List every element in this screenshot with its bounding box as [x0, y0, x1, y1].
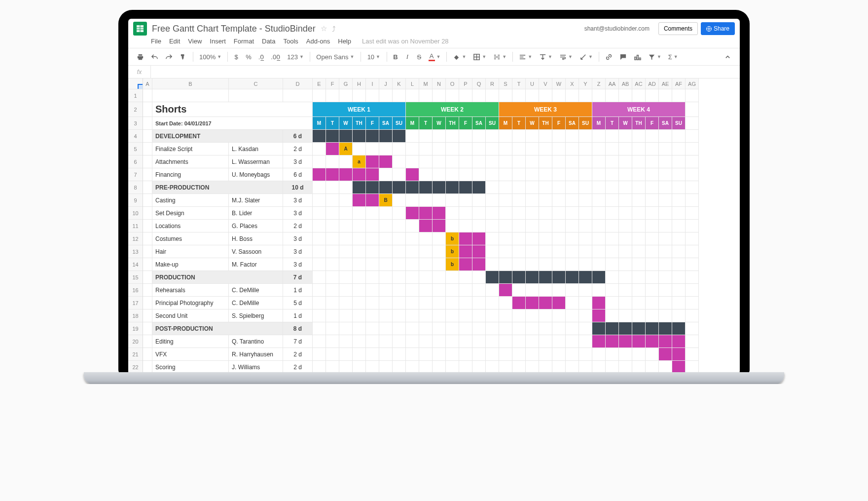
move-folder-icon[interactable]: ⤴ — [332, 25, 336, 33]
gantt-cell[interactable] — [459, 309, 472, 322]
gantt-cell[interactable] — [406, 130, 419, 143]
task-name[interactable]: Finalize Script — [152, 143, 229, 155]
gantt-cell[interactable] — [566, 335, 579, 348]
gantt-cell[interactable] — [512, 194, 526, 207]
row-number-gutter[interactable]: 12345678910111213141516171819202122 — [128, 89, 143, 374]
gantt-cell[interactable] — [512, 335, 526, 348]
gantt-cell[interactable] — [579, 207, 592, 220]
gantt-cell[interactable] — [619, 143, 632, 155]
gantt-cell[interactable] — [366, 284, 379, 297]
gantt-cell[interactable] — [566, 245, 579, 258]
gantt-cell[interactable] — [499, 130, 512, 143]
row-head-14[interactable]: 14 — [128, 258, 143, 271]
task-duration[interactable]: 3 d — [283, 258, 313, 271]
gantt-cell[interactable] — [606, 220, 619, 232]
gantt-cell[interactable] — [486, 155, 499, 168]
gantt-cell[interactable] — [566, 130, 579, 143]
gantt-cell[interactable] — [446, 297, 459, 309]
gantt-cell[interactable] — [552, 258, 566, 271]
row-head-3[interactable]: 3 — [128, 117, 143, 130]
gantt-cell[interactable] — [619, 348, 632, 361]
cell[interactable] — [686, 297, 699, 309]
gantt-cell[interactable] — [339, 194, 353, 207]
day-header[interactable]: SU — [579, 117, 592, 130]
gantt-cell[interactable] — [566, 232, 579, 245]
gantt-cell[interactable] — [499, 245, 512, 258]
gantt-cell[interactable] — [646, 207, 659, 220]
gantt-cell[interactable] — [526, 309, 539, 322]
gantt-cell[interactable] — [313, 335, 326, 348]
gantt-cell[interactable] — [472, 271, 486, 284]
gantt-cell[interactable] — [552, 335, 566, 348]
gantt-cell[interactable] — [486, 207, 499, 220]
cell[interactable] — [686, 232, 699, 245]
cell[interactable] — [592, 89, 606, 102]
task-name[interactable]: Make-up — [152, 258, 229, 271]
task-owner[interactable]: V. Sassoon — [229, 245, 283, 258]
gantt-cell[interactable] — [592, 348, 606, 361]
gantt-cell[interactable] — [606, 155, 619, 168]
gantt-cell[interactable] — [512, 143, 526, 155]
formula-input[interactable] — [151, 66, 740, 78]
gantt-cell[interactable] — [659, 168, 672, 181]
gantt-cell[interactable] — [406, 322, 419, 335]
task-duration[interactable]: 1 d — [283, 284, 313, 297]
gantt-cell[interactable] — [592, 258, 606, 271]
gantt-cell[interactable] — [499, 220, 512, 232]
day-header[interactable]: SA — [659, 117, 672, 130]
gantt-cell[interactable] — [339, 284, 353, 297]
gantt-cell[interactable] — [659, 207, 672, 220]
cell[interactable] — [143, 194, 152, 207]
task-duration[interactable]: 3 d — [283, 194, 313, 207]
col-head-Y[interactable]: Y — [579, 78, 592, 89]
gantt-cell[interactable] — [472, 348, 486, 361]
gantt-cell[interactable] — [526, 284, 539, 297]
cell[interactable] — [229, 89, 283, 102]
gantt-cell[interactable] — [512, 348, 526, 361]
gantt-cell[interactable] — [579, 348, 592, 361]
gantt-cell[interactable] — [459, 220, 472, 232]
gantt-cell[interactable] — [566, 181, 579, 194]
row-head-13[interactable]: 13 — [128, 245, 143, 258]
user-email[interactable]: shant@studiobinder.com — [584, 25, 650, 32]
gantt-cell[interactable] — [619, 130, 632, 143]
col-head-AE[interactable]: AE — [659, 78, 672, 89]
font-select[interactable]: Open Sans▼ — [313, 50, 358, 63]
gantt-cell[interactable] — [632, 194, 646, 207]
gantt-cell[interactable] — [433, 309, 446, 322]
gantt-cell[interactable] — [339, 220, 353, 232]
gantt-cell[interactable] — [472, 322, 486, 335]
gantt-cell[interactable] — [459, 181, 472, 194]
gantt-cell[interactable] — [659, 322, 672, 335]
gantt-cell[interactable] — [526, 348, 539, 361]
gantt-cell[interactable] — [446, 181, 459, 194]
gantt-cell[interactable] — [606, 284, 619, 297]
gantt-cell[interactable] — [353, 297, 366, 309]
gantt-cell[interactable] — [672, 284, 686, 297]
borders-icon[interactable]: ▼ — [470, 50, 489, 63]
gantt-cell[interactable] — [486, 297, 499, 309]
gantt-cell[interactable] — [313, 245, 326, 258]
gantt-cell[interactable] — [406, 284, 419, 297]
gantt-cell[interactable] — [486, 194, 499, 207]
gantt-cell[interactable] — [646, 245, 659, 258]
gantt-cell[interactable] — [379, 335, 393, 348]
cell[interactable] — [686, 220, 699, 232]
task-owner[interactable]: M. Factor — [229, 258, 283, 271]
gantt-cell[interactable] — [526, 335, 539, 348]
currency-icon[interactable]: $ — [231, 50, 242, 63]
row-head-10[interactable]: 10 — [128, 207, 143, 220]
day-header[interactable]: TH — [539, 117, 552, 130]
gantt-cell[interactable] — [672, 155, 686, 168]
functions-icon[interactable]: Σ▼ — [665, 50, 681, 63]
col-head-I[interactable]: I — [366, 78, 379, 89]
gantt-cell[interactable] — [379, 232, 393, 245]
gantt-cell[interactable] — [486, 348, 499, 361]
gantt-cell[interactable] — [393, 258, 406, 271]
gantt-cell[interactable] — [592, 297, 606, 309]
gantt-cell[interactable] — [459, 297, 472, 309]
day-header[interactable]: W — [339, 117, 353, 130]
section-duration[interactable]: 7 d — [283, 271, 313, 284]
col-head-Q[interactable]: Q — [472, 78, 486, 89]
day-header[interactable]: T — [606, 117, 619, 130]
